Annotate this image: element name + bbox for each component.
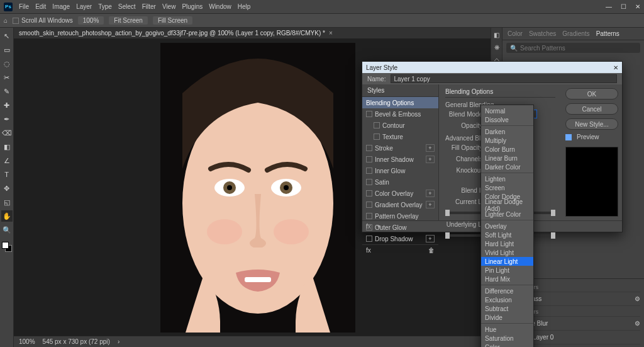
- menu-item[interactable]: Help: [238, 3, 251, 10]
- fx-row[interactable]: Inner Glow: [362, 165, 438, 176]
- tool-zoom[interactable]: 🔍: [1, 224, 13, 236]
- checkbox[interactable]: [366, 168, 372, 174]
- dropdown-option[interactable]: Vivid Light: [481, 248, 533, 257]
- document-tab[interactable]: smooth_skin_retouch_photoshop_action_by_…: [14, 28, 502, 39]
- tab-color[interactable]: Color: [508, 30, 523, 37]
- dropdown-option[interactable]: Screen: [481, 183, 533, 192]
- preview-toggle[interactable]: Preview: [565, 134, 618, 140]
- checkbox[interactable]: [366, 190, 372, 196]
- minimize-icon[interactable]: —: [606, 3, 612, 10]
- maximize-icon[interactable]: ☐: [621, 3, 626, 10]
- tool-marquee[interactable]: ▭: [1, 44, 13, 55]
- dropdown-option[interactable]: Pin Light: [481, 266, 533, 275]
- menu-item[interactable]: Filter: [142, 3, 156, 10]
- close-tab-icon[interactable]: ×: [329, 30, 333, 37]
- tab-patterns[interactable]: Patterns: [596, 30, 619, 37]
- dropdown-option[interactable]: Color: [481, 343, 533, 347]
- add-effect-icon[interactable]: +: [426, 144, 435, 152]
- home-icon[interactable]: ⌂: [4, 17, 8, 24]
- dropdown-option[interactable]: Linear Light: [481, 257, 533, 266]
- fx-row[interactable]: Blending Options: [362, 97, 438, 108]
- menu-item[interactable]: Window: [209, 3, 231, 10]
- tool-eyedropper[interactable]: ✎: [1, 86, 13, 97]
- dropdown-option[interactable]: Color Burn: [481, 145, 533, 154]
- status-zoom[interactable]: 100%: [19, 338, 35, 345]
- menu-item[interactable]: Select: [118, 3, 136, 10]
- new-style-button[interactable]: New Style...: [565, 118, 618, 130]
- checkbox[interactable]: [366, 202, 372, 208]
- zoom-value[interactable]: 100%: [78, 16, 104, 25]
- fg-bg-swatches[interactable]: [2, 242, 12, 252]
- dropdown-option[interactable]: Difference: [481, 287, 533, 295]
- add-effect-icon[interactable]: +: [426, 190, 435, 197]
- dropdown-option[interactable]: Hard Mix: [481, 275, 533, 283]
- fx-row[interactable]: Color Overlay+: [362, 188, 438, 199]
- layer-name-input[interactable]: [391, 74, 617, 83]
- tab-swatches[interactable]: Swatches: [529, 30, 556, 37]
- tool-gradient[interactable]: ◧: [1, 141, 13, 152]
- add-effect-icon[interactable]: +: [426, 201, 435, 208]
- dropdown-option[interactable]: Soft Light: [481, 230, 533, 239]
- fx-row[interactable]: Satin: [362, 176, 438, 188]
- checkbox[interactable]: [366, 145, 372, 151]
- fit-screen-button[interactable]: Fit Screen: [109, 16, 148, 25]
- dropdown-option[interactable]: Divide: [481, 313, 533, 322]
- close-icon[interactable]: ✕: [613, 64, 618, 71]
- filter-settings-icon[interactable]: ⚙: [635, 320, 640, 327]
- dropdown-option[interactable]: Exclusion: [481, 295, 533, 304]
- dropdown-option[interactable]: Subtract: [481, 304, 533, 313]
- tool-crop[interactable]: ✂: [1, 72, 13, 83]
- dropdown-option[interactable]: Normal: [481, 106, 533, 115]
- checkbox[interactable]: [366, 179, 372, 185]
- search-input[interactable]: 🔍 Search Patterns: [506, 43, 640, 53]
- ok-button[interactable]: OK: [565, 88, 618, 100]
- menu-item[interactable]: Plugins: [182, 3, 203, 10]
- fx-row[interactable]: Inner Shadow+: [362, 154, 438, 165]
- tool-lasso[interactable]: ◌: [1, 58, 13, 69]
- checkbox[interactable]: [366, 236, 372, 242]
- tool-type[interactable]: T: [1, 169, 13, 180]
- chevron-right-icon[interactable]: ›: [118, 338, 119, 345]
- fx-row[interactable]: Contour: [362, 120, 438, 131]
- tab-gradients[interactable]: Gradients: [562, 30, 589, 37]
- checkbox[interactable]: [366, 213, 372, 219]
- menu-item[interactable]: View: [162, 3, 176, 10]
- dropdown-option[interactable]: Linear Dodge (Add): [481, 201, 533, 210]
- fx-row[interactable]: Gradient Overlay+: [362, 199, 438, 210]
- dock-icon[interactable]: ❋: [492, 43, 501, 52]
- cancel-button[interactable]: Cancel: [565, 103, 618, 115]
- close-icon[interactable]: ✕: [635, 3, 640, 10]
- dropdown-option[interactable]: Saturation: [481, 334, 533, 343]
- add-effect-icon[interactable]: +: [426, 235, 435, 242]
- dropdown-option[interactable]: Hard Light: [481, 239, 533, 248]
- fill-screen-button[interactable]: Fill Screen: [153, 16, 192, 25]
- menu-item[interactable]: File: [19, 3, 29, 10]
- chevron-down-icon[interactable]: ▾: [377, 223, 380, 230]
- dock-icon[interactable]: ◧: [492, 30, 501, 39]
- tool-pen[interactable]: ∠: [1, 155, 13, 166]
- dropdown-option[interactable]: Darker Color: [481, 162, 533, 171]
- dropdown-option[interactable]: Linear Burn: [481, 154, 533, 162]
- fx-row[interactable]: Drop Shadow+: [362, 233, 438, 244]
- checkbox[interactable]: [374, 122, 380, 128]
- menu-item[interactable]: Layer: [76, 3, 92, 10]
- dropdown-option[interactable]: Lighten: [481, 174, 533, 183]
- dialog-titlebar[interactable]: Layer Style ✕: [362, 62, 622, 73]
- fx-row[interactable]: Stroke+: [362, 142, 438, 154]
- menu-item[interactable]: Edit: [35, 3, 46, 10]
- tool-heal[interactable]: ✚: [1, 100, 13, 111]
- dropdown-option[interactable]: Dissolve: [481, 115, 533, 124]
- tool-move[interactable]: ↖: [1, 30, 13, 42]
- menu-item[interactable]: Image: [52, 3, 70, 10]
- tool-path[interactable]: ✥: [1, 183, 13, 194]
- add-effect-icon[interactable]: +: [426, 156, 435, 163]
- tool-brush[interactable]: ✒: [1, 113, 13, 125]
- tool-eraser[interactable]: ⌫: [1, 127, 13, 139]
- checkbox[interactable]: [366, 111, 372, 117]
- fx-row[interactable]: Texture: [362, 131, 438, 142]
- scroll-all-option[interactable]: Scroll All Windows: [13, 17, 73, 24]
- trash-icon[interactable]: 🗑: [428, 247, 435, 254]
- dropdown-option[interactable]: Overlay: [481, 222, 533, 230]
- filter-settings-icon[interactable]: ⚙: [635, 295, 640, 302]
- tool-shape[interactable]: ◱: [1, 196, 13, 208]
